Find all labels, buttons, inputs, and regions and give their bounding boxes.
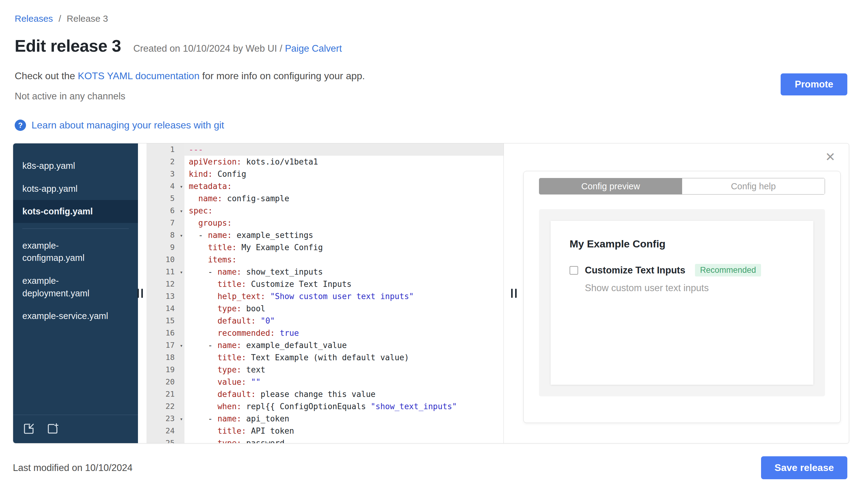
config-item-checkbox[interactable] <box>570 266 578 275</box>
editor-code[interactable]: ---apiVersion: kots.io/v1beta1kind: Conf… <box>184 143 504 443</box>
header: Releases / Release 3 Edit release 3 Crea… <box>0 0 862 131</box>
tab-config-help[interactable]: Config help <box>682 178 825 194</box>
file-item[interactable]: example-service.yaml <box>13 305 138 328</box>
channel-status: Not active in any channels <box>15 91 847 102</box>
created-meta: Created on 10/10/2024 by Web UI / Paige … <box>133 43 342 54</box>
code-line[interactable]: - name: example_settings <box>184 229 504 241</box>
editor-gutter: 1234▾56▾78▾91011▾121314151617▾1819202122… <box>146 143 184 443</box>
last-modified-text: Last modified on 10/10/2024 <box>13 462 132 474</box>
line-number: 18 <box>146 352 184 363</box>
line-number: 25 <box>146 437 184 443</box>
breadcrumb-releases-link[interactable]: Releases <box>15 13 53 24</box>
line-number: 9 <box>146 241 184 253</box>
code-line[interactable]: title: My Example Config <box>184 241 504 253</box>
file-item[interactable]: k8s-app.yaml <box>13 155 138 177</box>
code-line[interactable]: value: "" <box>184 376 504 388</box>
kots-docs-link[interactable]: KOTS YAML documentation <box>78 70 199 81</box>
code-line[interactable]: title: Text Example (with default value) <box>184 352 504 363</box>
promote-button[interactable]: Promote <box>781 74 847 95</box>
line-number: 21 <box>146 388 184 400</box>
breadcrumb-separator: / <box>58 13 61 24</box>
line-number: 17▾ <box>146 339 184 352</box>
code-line[interactable]: type: password <box>184 437 504 443</box>
preview-drag-handle[interactable] <box>511 289 517 298</box>
breadcrumb-current: Release 3 <box>67 13 108 24</box>
yaml-editor: 1234▾56▾78▾91011▾121314151617▾1819202122… <box>146 143 504 443</box>
import-file-icon[interactable] <box>22 422 35 435</box>
close-icon[interactable]: ✕ <box>825 151 835 163</box>
preview-canvas: My Example Config Customize Text Inputs … <box>539 209 825 396</box>
code-line[interactable]: --- <box>184 143 504 156</box>
code-line[interactable]: kind: Config <box>184 168 504 180</box>
file-item[interactable]: example-configmap.yaml <box>13 234 138 269</box>
code-line[interactable]: - name: api_token <box>184 413 504 425</box>
code-line[interactable]: title: API token <box>184 425 504 437</box>
line-number: 4▾ <box>146 180 184 193</box>
code-line[interactable]: type: bool <box>184 303 504 315</box>
add-file-icon[interactable] <box>46 422 59 435</box>
code-line[interactable]: apiVersion: kots.io/v1beta1 <box>184 156 504 168</box>
config-item-help-text: Show custom user text inputs <box>585 282 794 294</box>
file-item[interactable]: kots-app.yaml <box>13 177 138 200</box>
fold-arrow-icon[interactable]: ▾ <box>180 205 183 217</box>
line-number: 19 <box>146 363 184 376</box>
footer: Last modified on 10/10/2024 Save release <box>13 456 847 479</box>
page-title: Edit release 3 <box>15 36 121 56</box>
config-preview-pane: ✕ Config preview Config help My Example … <box>504 143 849 443</box>
code-line[interactable]: metadata: <box>184 180 504 193</box>
code-line[interactable]: title: Customize Text Inputs <box>184 278 504 290</box>
author-link[interactable]: Paige Calvert <box>285 43 342 54</box>
line-number: 15 <box>146 315 184 327</box>
line-number: 24 <box>146 425 184 437</box>
line-number: 22 <box>146 400 184 413</box>
file-item[interactable]: example-deployment.yaml <box>13 269 138 305</box>
line-number: 12 <box>146 278 184 290</box>
page: Releases / Release 3 Edit release 3 Crea… <box>0 0 862 504</box>
git-releases-link[interactable]: Learn about managing your releases with … <box>31 120 224 131</box>
fold-arrow-icon[interactable]: ▾ <box>180 413 183 425</box>
config-item-row: Customize Text Inputs Recommended <box>570 264 794 277</box>
fold-arrow-icon[interactable]: ▾ <box>180 340 183 352</box>
code-line[interactable]: groups: <box>184 217 504 229</box>
tab-config-preview[interactable]: Config preview <box>539 178 682 194</box>
code-line[interactable]: help_text: "Show custom user text inputs… <box>184 290 504 303</box>
release-editor: k8s-app.yamlkots-app.yamlkots-config.yam… <box>13 143 849 443</box>
file-sidebar: k8s-app.yamlkots-app.yamlkots-config.yam… <box>13 143 138 443</box>
code-line[interactable]: - name: show_text_inputs <box>184 266 504 278</box>
breadcrumb: Releases / Release 3 <box>15 13 847 24</box>
line-number: 10 <box>146 253 184 266</box>
code-line[interactable]: when: repl{{ ConfigOptionEquals "show_te… <box>184 400 504 413</box>
preview-tabs: Config preview Config help <box>539 178 825 195</box>
config-preview-card: Config preview Config help My Example Co… <box>523 171 840 423</box>
code-line[interactable]: default: please change this value <box>184 388 504 400</box>
question-circle-icon[interactable]: ? <box>15 120 26 131</box>
code-line[interactable]: - name: example_default_value <box>184 339 504 352</box>
save-release-button[interactable]: Save release <box>761 456 847 479</box>
line-number: 6▾ <box>146 204 184 217</box>
code-line[interactable]: items: <box>184 253 504 266</box>
title-row: Edit release 3 Created on 10/10/2024 by … <box>15 36 847 56</box>
code-line[interactable]: default: "0" <box>184 315 504 327</box>
line-number: 7 <box>146 217 184 229</box>
code-line[interactable]: spec: <box>184 204 504 217</box>
rendered-config: My Example Config Customize Text Inputs … <box>551 221 813 385</box>
fold-arrow-icon[interactable]: ▾ <box>180 181 183 193</box>
line-number: 3 <box>146 168 184 180</box>
sidebar-footer <box>13 415 138 443</box>
line-number: 2 <box>146 156 184 168</box>
line-number: 14 <box>146 303 184 315</box>
file-list-divider <box>22 228 129 229</box>
line-number: 20 <box>146 376 184 388</box>
sidebar-drag-handle[interactable] <box>138 289 143 298</box>
line-number: 11▾ <box>146 266 184 278</box>
code-line[interactable]: recommended: true <box>184 327 504 339</box>
recommended-badge: Recommended <box>695 264 761 277</box>
fold-arrow-icon[interactable]: ▾ <box>180 229 183 242</box>
code-line[interactable]: name: config-sample <box>184 193 504 204</box>
git-row: ? Learn about managing your releases wit… <box>15 120 847 131</box>
fold-arrow-icon[interactable]: ▾ <box>180 266 183 278</box>
line-number: 13 <box>146 290 184 303</box>
docs-suffix: for more info on configuring your app. <box>199 70 365 81</box>
code-line[interactable]: type: text <box>184 363 504 376</box>
file-item[interactable]: kots-config.yaml <box>13 200 138 223</box>
